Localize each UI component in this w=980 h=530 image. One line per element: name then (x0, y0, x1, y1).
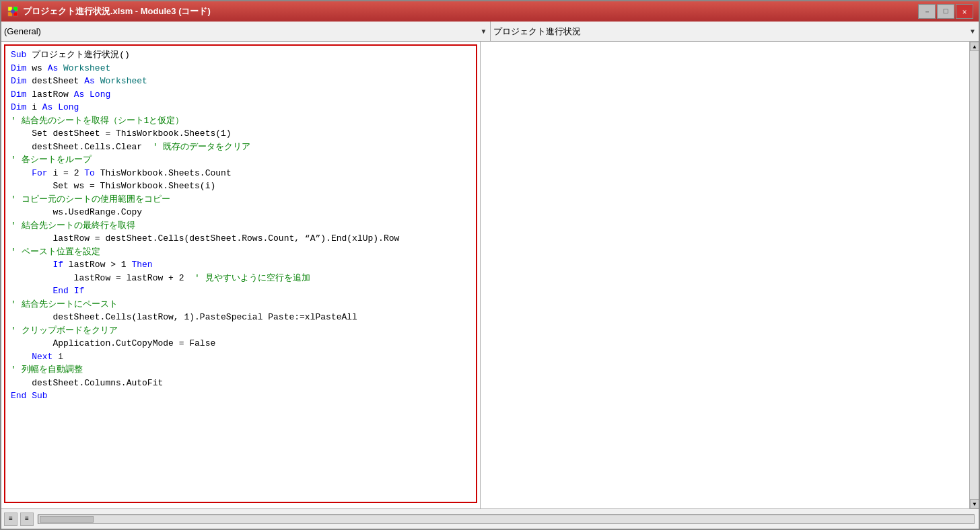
code-token: Set ws = ThisWorkbook.Sheets(i) (11, 180, 215, 193)
bottom-icon-2[interactable]: ≡ (20, 513, 34, 526)
scroll-down-btn[interactable]: ▼ (970, 499, 979, 508)
code-token: Dim (11, 62, 26, 75)
code-token: Worksheet (100, 75, 147, 88)
code-line: destSheet.Cells(lastRow, 1).PasteSpecial… (5, 311, 476, 324)
code-token: As (48, 62, 59, 75)
svg-point-4 (11, 9, 15, 13)
code-line: Next i (5, 350, 476, 364)
code-token: ' 既存のデータをクリア (153, 141, 251, 154)
code-token: ws (26, 62, 47, 75)
code-token: Set destSheet = ThisWorkbook.Sheets(1) (11, 127, 232, 141)
code-line: ' 列幅を自動調整 (5, 363, 476, 377)
app-icon (7, 5, 19, 17)
window-controls: － □ ✕ (918, 4, 973, 19)
code-line: End If (5, 285, 476, 298)
procedure-dropdown-label: プロジェクト進行状況 (493, 26, 581, 38)
right-panel (481, 42, 969, 508)
code-token (58, 62, 63, 75)
code-token: destSheet (26, 75, 84, 88)
code-token: Dim (11, 75, 26, 88)
code-token: ' コピー元のシートの使用範囲をコピー (11, 193, 170, 206)
code-token: ThisWorkbook.Sheets.Count (95, 167, 232, 180)
code-line: ws.UsedRange.Copy (5, 206, 476, 219)
close-button[interactable]: ✕ (956, 4, 973, 19)
code-token: ' 結合先シートの最終行を取得 (11, 219, 135, 233)
horizontal-scrollbar[interactable] (38, 515, 975, 524)
code-token: プロジェクト進行状況() (26, 48, 129, 62)
general-dropdown-label: (General) (4, 26, 41, 36)
code-token: End If (53, 285, 84, 298)
main-area: Sub プロジェクト進行状況()Dim ws As WorksheetDim d… (1, 42, 979, 508)
vba-editor-window: プロジェクト進行状況.xlsm - Module3 (コード) － □ ✕ (G… (0, 0, 980, 530)
code-token (95, 75, 100, 88)
code-line: Dim ws As Worksheet (5, 62, 476, 75)
code-token: Worksheet (63, 62, 110, 75)
code-line: Application.CutCopyMode = False (5, 337, 476, 350)
code-token: Dim (11, 88, 26, 102)
code-line: If lastRow > 1 Then (5, 258, 476, 272)
code-token: End Sub (11, 389, 48, 403)
maximize-button[interactable]: □ (937, 4, 954, 19)
scroll-up-btn[interactable]: ▲ (970, 42, 979, 51)
code-token: Then (131, 258, 152, 272)
procedure-dropdown-arrow: ▼ (969, 28, 976, 35)
code-token (11, 167, 32, 180)
code-line: ' コピー元のシートの使用範囲をコピー (5, 193, 476, 206)
code-token: ' 結合先シートにペースト (11, 298, 118, 311)
code-token: lastRow > 1 (63, 258, 131, 272)
code-content: Sub プロジェクト進行状況()Dim ws As WorksheetDim d… (4, 44, 477, 503)
code-token: Application.CutCopyMode = False (11, 337, 215, 350)
code-line: Set ws = ThisWorkbook.Sheets(i) (5, 180, 476, 193)
code-line: End Sub (5, 389, 476, 403)
title-bar: プロジェクト進行状況.xlsm - Module3 (コード) － □ ✕ (1, 1, 979, 22)
code-token: ' 結合先のシートを取得（シート1と仮定） (11, 114, 184, 128)
code-token: ' 各シートをループ (11, 153, 92, 167)
general-dropdown[interactable]: (General) ▼ (4, 26, 487, 36)
code-token: As Long (74, 88, 111, 102)
code-token: Next (11, 350, 53, 364)
bottom-bar: ≡ ≡ (1, 508, 979, 529)
code-token: To (84, 167, 95, 180)
bottom-icon-1[interactable]: ≡ (4, 513, 18, 526)
code-line: ' 結合先のシートを取得（シート1と仮定） (5, 114, 476, 128)
code-token: destSheet.Cells(lastRow, 1).PasteSpecial… (11, 311, 357, 324)
code-line: ' 結合先シートの最終行を取得 (5, 219, 476, 233)
title-bar-left: プロジェクト進行状況.xlsm - Module3 (コード) (7, 5, 211, 17)
code-line: ' クリップボードをクリア (5, 324, 476, 338)
code-line: ' ペースト位置を設定 (5, 245, 476, 259)
code-token: Dim (11, 101, 26, 114)
code-token: If (53, 258, 63, 272)
code-token: Sub (11, 48, 26, 62)
code-line: Dim i As Long (5, 101, 476, 114)
code-token (11, 258, 53, 272)
code-token: As Long (42, 101, 79, 114)
code-token: ' 見やすいように空行を追加 (195, 272, 310, 285)
code-token: lastRow = lastRow + 2 (11, 272, 195, 285)
code-line: lastRow = lastRow + 2 ' 見やすいように空行を追加 (5, 272, 476, 285)
code-line: ' 結合先シートにペースト (5, 298, 476, 311)
code-line: Dim lastRow As Long (5, 88, 476, 102)
code-line: Dim destSheet As Worksheet (5, 75, 476, 88)
code-token (11, 285, 53, 298)
code-line: Sub プロジェクト進行状況() (5, 48, 476, 62)
minimize-button[interactable]: － (918, 4, 936, 19)
code-line: destSheet.Columns.AutoFit (5, 377, 476, 390)
code-token: As (84, 75, 95, 88)
toolbar-right: プロジェクト進行状況 ▼ (491, 22, 979, 41)
scrollbar-thumb (40, 516, 94, 523)
code-token: lastRow (26, 88, 73, 102)
procedure-dropdown[interactable]: プロジェクト進行状況 ▼ (493, 26, 977, 38)
code-token: ' 列幅を自動調整 (11, 363, 83, 377)
code-token: i (26, 101, 42, 114)
code-panel: Sub プロジェクト進行状況()Dim ws As WorksheetDim d… (1, 42, 481, 508)
code-token: lastRow = destSheet.Cells(destSheet.Rows… (11, 232, 399, 245)
toolbar-left: (General) ▼ (1, 22, 491, 41)
code-token: ws.UsedRange.Copy (11, 206, 142, 219)
code-token: i (53, 350, 63, 364)
window-title: プロジェクト進行状況.xlsm - Module3 (コード) (23, 5, 211, 17)
code-token: destSheet.Cells.Clear (11, 141, 153, 154)
code-line: ' 各シートをループ (5, 153, 476, 167)
code-token: destSheet.Columns.AutoFit (11, 377, 163, 390)
right-scrollbar[interactable]: ▲ ▼ (969, 42, 979, 508)
code-token: ' ペースト位置を設定 (11, 245, 100, 259)
